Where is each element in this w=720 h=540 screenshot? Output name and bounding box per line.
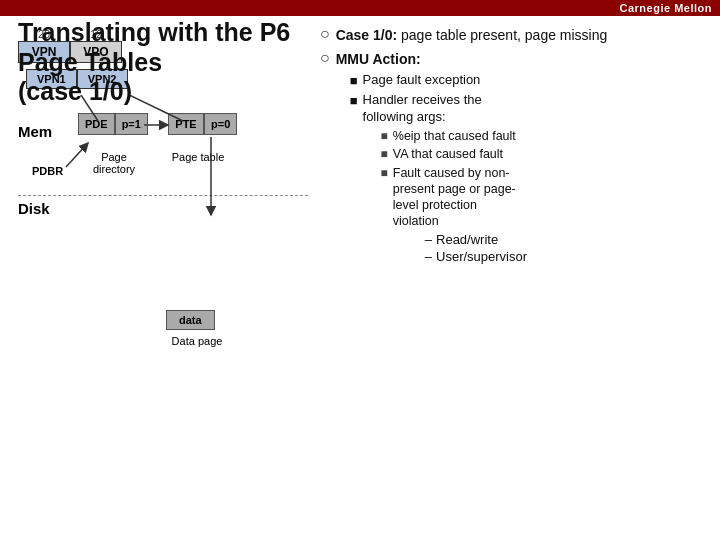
fault-text: Fault caused by non-present page or page… [393,166,516,229]
page-fault-text: Page fault exception [363,72,481,89]
handler-bullet: ■ Handler receives thefollowing args: ■ … [350,92,706,269]
header-bar: Carnegie Mellon [0,0,720,16]
pte-block: PTE p=0 [168,113,237,135]
pde-box: PDE [78,113,115,135]
case-label: Case 1/0: [336,27,397,43]
page-fault-bullet: ■ Page fault exception [350,72,706,89]
mmu-bullet: ○ MMU Action: ■ Page fault exception ■ [320,50,706,273]
pagedir-label: Pagedirectory [84,151,144,175]
memory-diagram: Mem PDE p=1 PTE p=0 PDBR Pagedirectory P… [18,95,302,305]
mem-label: Mem [18,123,52,140]
eip-arg: ■ %eip that caused fault [381,128,528,144]
eip-sq-icon: ■ [381,129,388,143]
va-text: VA that caused fault [393,146,503,162]
data-block: data [166,310,215,330]
disk-label: Disk [18,200,50,217]
disk-divider [18,195,308,196]
mmu-action-label: MMU Action: [336,51,421,67]
readwrite-item: – Read/write [425,232,527,249]
title-line1: Translating with the P6 Page Tables [18,18,338,77]
pf-sq-icon: ■ [350,73,358,88]
va-sq-icon: ■ [381,147,388,161]
disk-area: Disk data Data page [18,195,308,218]
brand-name: Carnegie Mellon [620,2,712,14]
case-desc: page table present, page missing [401,27,607,43]
slide-title: Translating with the P6 Page Tables (cas… [18,18,338,107]
p0-box: p=0 [204,113,237,135]
datapage-label: Data page [163,335,231,347]
case-bullet: ○ Case 1/0: page table present, page mis… [320,26,706,44]
readwrite-text: Read/write [436,232,498,249]
pte-box: PTE [168,113,204,135]
mmu-sub-bullets: ■ Page fault exception ■ Handler receive… [350,72,706,269]
dash-bullets: – Read/write – User/supervisor [425,232,527,267]
pdbr-label: PDBR [32,165,63,177]
usersupervisor-item: – User/supervisor [425,249,527,266]
handler-args: ■ %eip that caused fault ■ VA that cause… [381,128,528,267]
handler-sq-icon: ■ [350,93,358,108]
title-line2: (case 1/0) [18,77,338,107]
handler-intro: Handler receives thefollowing args: [363,92,482,124]
usersupervisor-text: User/supervisor [436,249,527,266]
dash1-icon: – [425,232,432,247]
va-arg: ■ VA that caused fault [381,146,528,162]
p1-box: p=1 [115,113,148,135]
pde-block: PDE p=1 [78,113,148,135]
mmu-label: MMU Action: [336,51,421,67]
fault-arg: ■ Fault caused by non-present page or pa… [381,165,528,268]
dash2-icon: – [425,249,432,264]
case-text: Case 1/0: page table present, page missi… [336,26,608,44]
pagetable-label: Page table [166,151,230,163]
eip-text: %eip that caused fault [393,128,516,144]
fault-sq-icon: ■ [381,166,388,180]
right-panel: ○ Case 1/0: page table present, page mis… [310,16,720,536]
